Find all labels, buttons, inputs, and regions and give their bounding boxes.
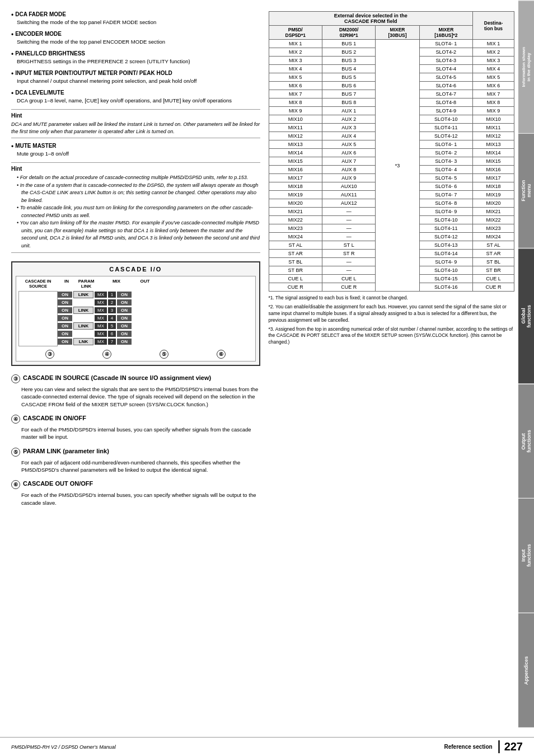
cascade-on-5[interactable]: ON [58,323,72,329]
dca-fader-title: DCA FADER MODE [15,11,66,17]
footer: PM5D/PM5D-RH V2 / DSP5D Owner's Manual R… [0,737,534,756]
circle-5: ⑤ [160,350,168,359]
cascade-inner: CASCADE INSOURCE IN PARAMLINK MIX OUT [16,276,256,361]
right-column: External device selected in theCASCADE F… [269,11,515,726]
cascade-out-3[interactable]: ON [117,307,132,313]
cell-dest-20: MIX21 [473,208,514,216]
footer-section: Reference section [444,744,492,750]
cell-dm-8: AUX 1 [322,107,375,115]
cascade-mix-6[interactable]: MX [95,331,107,337]
section-4: ④ CASCADE IN ON/OFF For each of the PM5D… [11,415,260,441]
tab-input-functions[interactable]: Inputfunctions [518,498,534,613]
cell-dest-14: MIX15 [473,157,514,166]
section-5-heading: ⑤ PARAM LINK (parameter link) [11,448,260,457]
cell-mix16-7: SLOT4-8 [419,98,472,107]
cell-pm5d-8: MIX 9 [269,107,322,115]
cell-pm5d-20: MIX21 [269,208,322,216]
footer-right: Reference section 227 [444,740,523,753]
section-5-title: PARAM LINK (parameter link) [23,448,109,454]
cell-dm-9: AUX 2 [322,115,375,124]
cell-pm5d-19: MIX20 [269,199,322,208]
cascade-mix-3[interactable]: MX [95,307,107,313]
hint-box-2: Hint For details on the actual procedure… [11,162,260,253]
cascade-on-4[interactable]: ON [58,315,72,321]
cell-dm-25: ST R [322,250,375,258]
left-column: • DCA FADER MODE Switching the mode of t… [11,11,269,726]
right-tabs: Information shownin the display Function… [518,0,534,727]
cascade-row-6: ON MX 6 ON [58,331,253,337]
page-container: Information shownin the display Function… [0,0,534,756]
cell-dest-23: MIX24 [473,233,514,241]
cascade-mixnum-2: 2 [108,299,116,306]
table-wrapper: External device selected in theCASCADE F… [269,11,515,346]
cascade-out-4[interactable]: ON [117,315,132,321]
section-4-circle: ④ [11,415,20,424]
cascade-mix-4[interactable]: MX [95,315,107,321]
cell-pm5d-26: ST BL [269,258,322,266]
cell-mix16-15: SLOT4- 4 [419,166,472,174]
section-4-body: For each of the PM5D/DSP5D's internal bu… [21,426,260,441]
footer-title-text: PM5D/PM5D-RH V2 / DSP5D Owner's Manual [11,744,116,750]
section-3-heading: ③ CASCADE IN SOURCE (Cascade IN source I… [11,374,260,383]
cell-dest-4: MIX 5 [473,73,514,82]
cell-mix16-18: SLOT4- 7 [419,191,472,199]
cell-pm5d-16: MIX17 [269,174,322,182]
cascade-out-2[interactable]: ON [117,299,132,306]
cell-dest-1: MIX 2 [473,48,514,57]
cascade-mix-7[interactable]: MX [95,339,107,345]
cascade-title: CASCADE I/O [16,266,256,273]
cascade-on-3[interactable]: ON [58,307,72,313]
cell-dm-19: AUX12 [322,199,375,208]
cascade-mix-2[interactable]: MX [95,299,107,306]
tab-function-menu[interactable]: Functionmenu [518,133,534,248]
cell-mix16-22: SLOT4-11 [419,224,472,233]
cell-dest-11: MIX12 [473,132,514,140]
dca-fader-desc: Switching the mode of the top panel FADE… [17,19,260,25]
tab-output-functions[interactable]: Outputfunctions [518,384,534,499]
cell-pm5d-21: MIX22 [269,216,322,224]
cascade-on-2[interactable]: ON [58,299,72,306]
cascade-out-7[interactable]: ON [117,339,132,345]
cell-mix16-6: SLOT4-7 [419,90,472,98]
cascade-link-3[interactable]: LINK [73,307,93,314]
cascade-out-6[interactable]: ON [117,331,132,337]
cascade-link-7[interactable]: LNK [73,338,93,345]
cell-dm-24: ST L [322,241,375,250]
cell-dest-9: MIX10 [473,115,514,124]
hint-title-2: Hint [11,166,260,172]
main-content: • DCA FADER MODE Switching the mode of t… [0,0,534,737]
cascade-on-7[interactable]: ON [58,339,72,345]
cell-mix16-3: SLOT4-4 [419,65,472,73]
cascade-out-1[interactable]: ON [117,292,132,298]
input-meter-desc: Input channel / output channel metering … [17,78,260,84]
cell-mix16-10: SLOT4-11 [419,124,472,132]
cell-mix16-27: SLOT4-10 [419,266,472,275]
cascade-row-1: ON LINK MX 1 ON [58,291,253,298]
cascade-link-1[interactable]: LINK [73,291,93,298]
cascade-row-4: ON MX 4 ON [58,315,253,321]
cell-pm5d-1: MIX 2 [269,48,322,57]
hint-bullet-0: For details on the actual procedure of c… [17,174,260,182]
cascade-mix-1[interactable]: MX [95,292,107,298]
section-4-heading: ④ CASCADE IN ON/OFF [11,415,260,424]
cell-dm-26: — [322,258,375,266]
cascade-out-5[interactable]: ON [117,323,132,329]
tab-appendices[interactable]: Appendices [518,613,534,727]
cell-mix16-1: SLOT4-2 [419,48,472,57]
cascade-circle-labels: ③ ④ ⑤ ⑥ [18,350,253,359]
cascade-link-5[interactable]: LINK [73,322,93,330]
cell-pm5d-14: MIX15 [269,157,322,166]
cell-dm-1: BUS 2 [322,48,375,57]
section-5-circle: ⑤ [11,448,20,457]
cascade-mix-5[interactable]: MX [95,323,107,329]
cell-dest-10: MIX11 [473,124,514,132]
section-6-title: CASCADE OUT ON/OFF [23,480,93,487]
cascade-on-6[interactable]: ON [58,331,72,337]
cell-dest-2: MIX 3 [473,57,514,65]
cascade-on-1[interactable]: ON [58,292,72,298]
tab-information[interactable]: Information shownin the display [518,0,534,133]
cell-dest-25: ST AR [473,250,514,258]
section-5-body: For each pair of adjacent odd-numbered/e… [21,459,260,474]
cell-dm-11: AUX 4 [322,132,375,140]
tab-global-functions[interactable]: Globalfunctions [518,248,534,383]
